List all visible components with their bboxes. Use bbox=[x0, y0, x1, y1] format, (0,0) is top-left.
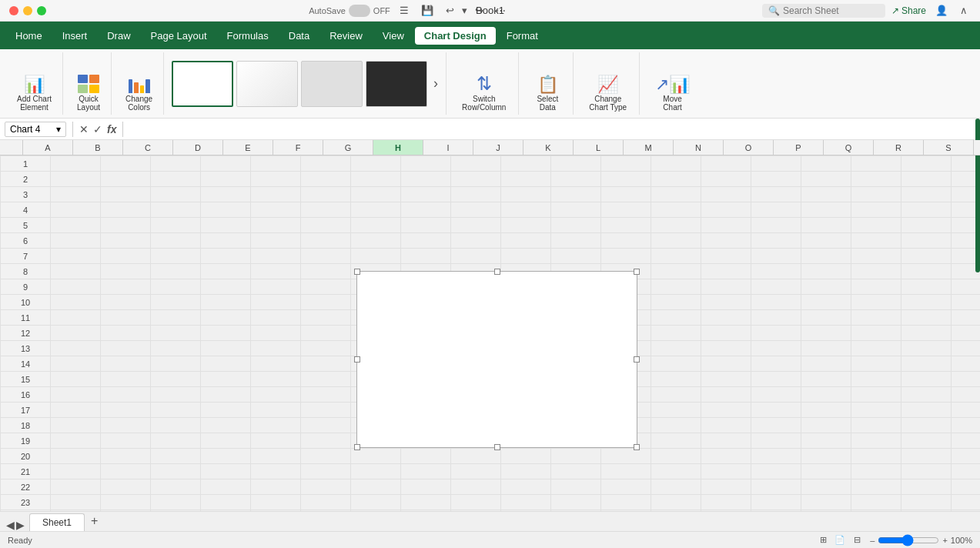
chart-handle-bot-left[interactable] bbox=[354, 444, 360, 450]
cell-Q15[interactable] bbox=[851, 372, 901, 387]
search-box[interactable]: 🔍 bbox=[762, 4, 885, 18]
cell-F6[interactable] bbox=[301, 233, 351, 249]
chart-handle-top-center[interactable] bbox=[494, 269, 500, 275]
cell-D3[interactable] bbox=[201, 187, 251, 202]
cell-N1[interactable] bbox=[701, 156, 751, 172]
cell-N24[interactable] bbox=[701, 510, 751, 512]
menu-view[interactable]: View bbox=[373, 27, 413, 45]
cell-G1[interactable] bbox=[351, 156, 401, 172]
cell-D19[interactable] bbox=[201, 433, 251, 449]
cell-Q16[interactable] bbox=[851, 387, 901, 403]
chart-handle-top-left[interactable] bbox=[354, 269, 360, 275]
cell-O10[interactable] bbox=[751, 295, 801, 310]
cell-F9[interactable] bbox=[301, 279, 351, 295]
cell-M13[interactable] bbox=[651, 341, 701, 356]
menu-review[interactable]: Review bbox=[320, 27, 372, 45]
cell-D6[interactable] bbox=[201, 233, 251, 249]
cell-I21[interactable] bbox=[451, 464, 501, 480]
cell-A3[interactable] bbox=[51, 187, 101, 202]
cell-Q8[interactable] bbox=[851, 264, 901, 279]
col-R[interactable]: R bbox=[874, 140, 924, 155]
cell-O19[interactable] bbox=[751, 433, 801, 449]
cell-Q11[interactable] bbox=[851, 310, 901, 326]
col-H[interactable]: H bbox=[373, 140, 423, 155]
cell-P9[interactable] bbox=[801, 279, 851, 295]
menu-format[interactable]: Format bbox=[497, 27, 547, 45]
cell-R6[interactable] bbox=[901, 233, 952, 249]
cell-M2[interactable] bbox=[651, 172, 701, 187]
cell-C20[interactable] bbox=[151, 449, 201, 464]
cell-H22[interactable] bbox=[401, 480, 451, 495]
cell-P12[interactable] bbox=[801, 326, 851, 341]
cell-R8[interactable] bbox=[901, 264, 952, 279]
cell-B7[interactable] bbox=[101, 249, 151, 264]
cell-N14[interactable] bbox=[701, 356, 751, 372]
col-K[interactable]: K bbox=[523, 140, 574, 155]
cell-M15[interactable] bbox=[651, 372, 701, 387]
cell-E7[interactable] bbox=[251, 249, 301, 264]
cell-D8[interactable] bbox=[201, 264, 251, 279]
cell-M19[interactable] bbox=[651, 433, 701, 449]
cell-F11[interactable] bbox=[301, 310, 351, 326]
cell-O21[interactable] bbox=[751, 464, 801, 480]
cell-B1[interactable] bbox=[101, 156, 151, 172]
cell-E4[interactable] bbox=[251, 202, 301, 218]
confirm-formula-icon[interactable]: ✓ bbox=[93, 123, 102, 135]
cell-C12[interactable] bbox=[151, 326, 201, 341]
cell-E5[interactable] bbox=[251, 218, 301, 233]
cell-M3[interactable] bbox=[651, 187, 701, 202]
cell-N4[interactable] bbox=[701, 202, 751, 218]
cell-J5[interactable] bbox=[501, 218, 551, 233]
cell-C2[interactable] bbox=[151, 172, 201, 187]
cell-F17[interactable] bbox=[301, 403, 351, 418]
cell-P4[interactable] bbox=[801, 202, 851, 218]
cell-B17[interactable] bbox=[101, 403, 151, 418]
cell-A21[interactable] bbox=[51, 464, 101, 480]
cell-C22[interactable] bbox=[151, 480, 201, 495]
cell-C19[interactable] bbox=[151, 433, 201, 449]
cell-M5[interactable] bbox=[651, 218, 701, 233]
cell-A7[interactable] bbox=[51, 249, 101, 264]
cell-C8[interactable] bbox=[151, 264, 201, 279]
cell-Q7[interactable] bbox=[851, 249, 901, 264]
cell-A12[interactable] bbox=[51, 326, 101, 341]
cell-S9[interactable] bbox=[952, 279, 981, 295]
cell-O11[interactable] bbox=[751, 310, 801, 326]
cell-F2[interactable] bbox=[301, 172, 351, 187]
cell-B19[interactable] bbox=[101, 433, 151, 449]
change-chart-type-button[interactable]: 📈 Change Chart Type bbox=[583, 73, 633, 115]
cell-R14[interactable] bbox=[901, 356, 952, 372]
cell-R12[interactable] bbox=[901, 326, 952, 341]
cell-K21[interactable] bbox=[551, 464, 601, 480]
cell-E15[interactable] bbox=[251, 372, 301, 387]
cell-B24[interactable] bbox=[101, 510, 151, 512]
cell-F24[interactable] bbox=[301, 510, 351, 512]
cell-D12[interactable] bbox=[201, 326, 251, 341]
cell-R1[interactable] bbox=[901, 156, 952, 172]
chart-handle-top-right[interactable] bbox=[634, 269, 640, 275]
cell-F14[interactable] bbox=[301, 356, 351, 372]
cell-Q4[interactable] bbox=[851, 202, 901, 218]
cell-B15[interactable] bbox=[101, 372, 151, 387]
cell-C16[interactable] bbox=[151, 387, 201, 403]
cell-E23[interactable] bbox=[251, 495, 301, 510]
cell-R5[interactable] bbox=[901, 218, 952, 233]
cell-P8[interactable] bbox=[801, 264, 851, 279]
cell-P24[interactable] bbox=[801, 510, 851, 512]
cell-E14[interactable] bbox=[251, 356, 301, 372]
cell-A23[interactable] bbox=[51, 495, 101, 510]
cell-P2[interactable] bbox=[801, 172, 851, 187]
col-D[interactable]: D bbox=[173, 140, 223, 155]
cell-M1[interactable] bbox=[651, 156, 701, 172]
sheet-tab-prev[interactable]: ◀ bbox=[6, 519, 15, 531]
page-layout-view-btn[interactable]: 📄 bbox=[833, 533, 847, 547]
cell-J2[interactable] bbox=[501, 172, 551, 187]
cell-R4[interactable] bbox=[901, 202, 952, 218]
cell-M17[interactable] bbox=[651, 403, 701, 418]
cell-D22[interactable] bbox=[201, 480, 251, 495]
cell-P11[interactable] bbox=[801, 310, 851, 326]
col-Q[interactable]: Q bbox=[824, 140, 874, 155]
col-E[interactable]: E bbox=[223, 140, 273, 155]
cell-C4[interactable] bbox=[151, 202, 201, 218]
cell-D16[interactable] bbox=[201, 387, 251, 403]
